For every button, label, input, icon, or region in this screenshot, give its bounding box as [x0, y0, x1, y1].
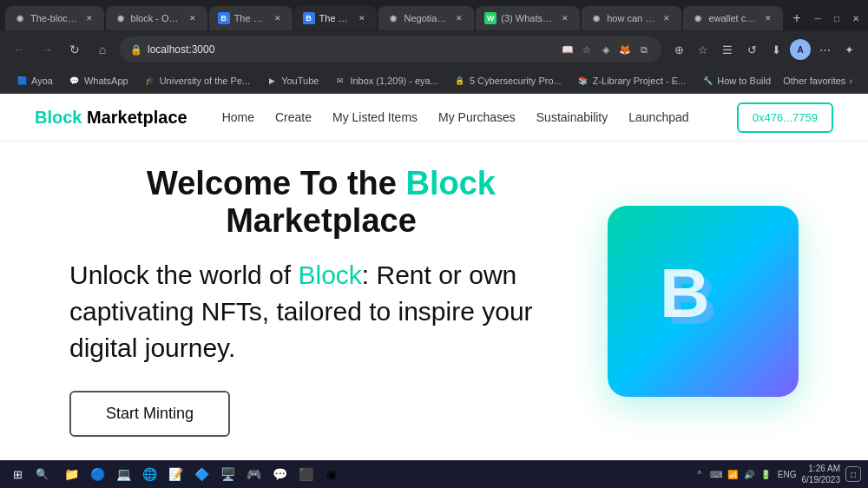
tray-battery[interactable]: 🔋 — [759, 467, 773, 481]
connect-wallet-button[interactable]: 0x476...7759 — [737, 102, 833, 133]
taskbar-search[interactable]: 🔍 — [31, 464, 52, 485]
taskbar-app-0[interactable]: 📁 — [59, 462, 83, 486]
tray-keyboard[interactable]: ⌨ — [709, 467, 723, 481]
reload-button[interactable]: ↻ — [64, 39, 85, 60]
tab-close-tab8[interactable]: ✕ — [762, 12, 774, 24]
restore-button[interactable]: □ — [830, 11, 844, 25]
tray-chevron[interactable]: ^ — [693, 467, 707, 481]
address-text: localhost:3000 — [148, 43, 214, 56]
hero-title-start: Welcome To the — [147, 165, 405, 201]
tray-network[interactable]: 📶 — [726, 467, 740, 481]
taskbar-clock[interactable]: 1:26 AM 6/19/2023 — [802, 463, 841, 485]
tab-close-tab7[interactable]: ✕ — [661, 12, 673, 24]
tray-volume[interactable]: 🔊 — [742, 467, 756, 481]
taskbar-app-8[interactable]: 💬 — [267, 462, 292, 486]
nav-link-create[interactable]: Create — [275, 110, 312, 124]
tab-close-tab5[interactable]: ✕ — [453, 12, 465, 24]
tab-close-tab4[interactable]: ✕ — [356, 12, 368, 24]
browser-tab-tab4[interactable]: BThe Block✕ — [294, 6, 378, 30]
hero-title-accent: Block — [405, 165, 495, 201]
browser-ext-icon[interactable]: ⧉ — [637, 43, 651, 56]
download-icon[interactable]: ⬇ — [766, 39, 786, 60]
brand-marketplace-text: Marketplace — [82, 108, 187, 127]
bookmark-label-bm7: Z-Library Project - E... — [593, 76, 687, 86]
minimize-button[interactable]: ─ — [811, 11, 825, 25]
taskbar-lang: ENG — [778, 470, 797, 479]
tab-label-tab6: (3) WhatsApp... — [501, 13, 555, 23]
bookmark-favicon-bm3: 🎓 — [144, 75, 156, 87]
tab-favicon-tab4: B — [303, 12, 315, 24]
taskbar-app-10[interactable]: ◉ — [319, 462, 344, 486]
home-button[interactable]: ⌂ — [92, 39, 113, 60]
tab-favicon-tab1: ◉ — [14, 12, 26, 24]
metamask-icon[interactable]: 🦊 — [618, 43, 632, 56]
extensions-icon[interactable]: ⊕ — [668, 39, 689, 60]
hero-title-end: Marketplace — [226, 202, 417, 239]
taskbar: ⊞ 🔍 📁🔵💻🌐📝🔷🖥️🎮💬⬛◉ ^ ⌨ 📶 🔊 🔋 ENG 1:26 AM 6… — [0, 460, 868, 488]
brand-block-text: Block — [35, 108, 82, 127]
bookmark-bm8[interactable]: 🔧How to Build a Digi... — [694, 73, 773, 89]
bookmark-bm6[interactable]: 🔒5 Cybersecurity Pro... — [447, 73, 569, 89]
tab-favicon-tab3: B — [218, 12, 230, 24]
toolbar-icons: ⊕ ☆ ☰ ↺ ⬇ A ⋯ ✦ — [668, 39, 859, 60]
wallet-icon[interactable]: ◈ — [599, 43, 613, 56]
taskbar-app-3[interactable]: 🌐 — [137, 462, 161, 486]
back-button[interactable]: ← — [9, 39, 30, 60]
tab-label-tab1: The-block/sr... — [30, 13, 79, 23]
tab-close-tab2[interactable]: ✕ — [187, 12, 199, 24]
favorites-icon[interactable]: ☆ — [693, 39, 713, 60]
tab-label-tab4: The Block — [319, 13, 352, 23]
browser-tab-tab1[interactable]: ◉The-block/sr...✕ — [5, 6, 104, 30]
taskbar-app-7[interactable]: 🎮 — [241, 462, 266, 486]
address-box[interactable]: 🔒 localhost:3000 📖 ☆ ◈ 🦊 ⧉ — [120, 36, 661, 63]
taskbar-right: ^ ⌨ 📶 🔊 🔋 ENG 1:26 AM 6/19/2023 □ — [693, 463, 861, 485]
star-icon[interactable]: ☆ — [580, 43, 594, 56]
tab-close-tab6[interactable]: ✕ — [559, 12, 571, 24]
new-tab-button[interactable]: + — [785, 6, 809, 30]
collections-icon[interactable]: ☰ — [717, 39, 738, 60]
browser-tab-tab5[interactable]: ◉Negotiation...✕ — [378, 6, 474, 30]
tab-label-tab3: The Block — [234, 13, 267, 23]
bookmark-favicon-bm6: 🔒 — [454, 75, 466, 87]
bookmarks-more-button[interactable]: Other favorites › — [776, 74, 859, 88]
browser-tab-tab6[interactable]: W(3) WhatsApp...✕ — [476, 6, 580, 30]
bookmark-bm3[interactable]: 🎓University of the Pe... — [137, 73, 258, 89]
tab-label-tab2: block - Overv... — [131, 13, 182, 23]
edge-copilot-icon[interactable]: ✦ — [838, 39, 859, 60]
taskbar-app-6[interactable]: 🖥️ — [215, 462, 240, 486]
bookmark-bm5[interactable]: ✉Inbox (1,209) - eya... — [327, 73, 445, 89]
bookmark-bm1[interactable]: 🟦Ayoa — [9, 73, 60, 89]
taskbar-app-5[interactable]: 🔷 — [189, 462, 214, 486]
start-button[interactable]: ⊞ — [7, 464, 28, 485]
bookmark-bm2[interactable]: 💬WhatsApp — [62, 73, 135, 89]
profile-avatar[interactable]: A — [790, 39, 811, 60]
bookmark-bm7[interactable]: 📚Z-Library Project - E... — [570, 73, 694, 89]
browser-tab-tab3[interactable]: BThe Block✕ — [209, 6, 293, 30]
settings-icon[interactable]: ⋯ — [814, 39, 835, 60]
tab-close-tab3[interactable]: ✕ — [272, 12, 284, 24]
start-minting-button[interactable]: Start Minting — [69, 391, 230, 437]
nav-link-sustainability[interactable]: Sustainability — [536, 110, 608, 124]
taskbar-app-9[interactable]: ⬛ — [293, 462, 318, 486]
bookmark-label-bm4: YouTube — [281, 76, 319, 86]
taskbar-app-4[interactable]: 📝 — [163, 462, 187, 486]
taskbar-app-2[interactable]: 💻 — [111, 462, 135, 486]
hero-image: B B — [608, 206, 799, 397]
read-mode-icon[interactable]: 📖 — [561, 43, 575, 56]
close-button[interactable]: ✕ — [849, 11, 863, 25]
bookmark-bm4[interactable]: ▶YouTube — [259, 73, 326, 89]
browser-tab-tab2[interactable]: ◉block - Overv...✕ — [106, 6, 207, 30]
notification-center[interactable]: □ — [845, 466, 861, 482]
nav-link-my-listed-items[interactable]: My Listed Items — [332, 110, 418, 124]
forward-button[interactable]: → — [36, 39, 57, 60]
browser-tab-tab8[interactable]: ◉ewallet conn...✕ — [683, 6, 783, 30]
system-tray: ^ ⌨ 📶 🔊 🔋 — [693, 467, 773, 481]
browser-tab-tab7[interactable]: ◉how can I co...✕ — [582, 6, 681, 30]
taskbar-app-1[interactable]: 🔵 — [85, 462, 109, 486]
tab-close-tab1[interactable]: ✕ — [83, 12, 95, 24]
nav-link-my-purchases[interactable]: My Purchases — [438, 110, 516, 124]
history-icon[interactable]: ↺ — [741, 39, 762, 60]
tab-favicon-tab8: ◉ — [692, 12, 704, 24]
nav-link-launchpad[interactable]: Launchpad — [628, 110, 688, 124]
nav-link-home[interactable]: Home — [222, 110, 254, 124]
